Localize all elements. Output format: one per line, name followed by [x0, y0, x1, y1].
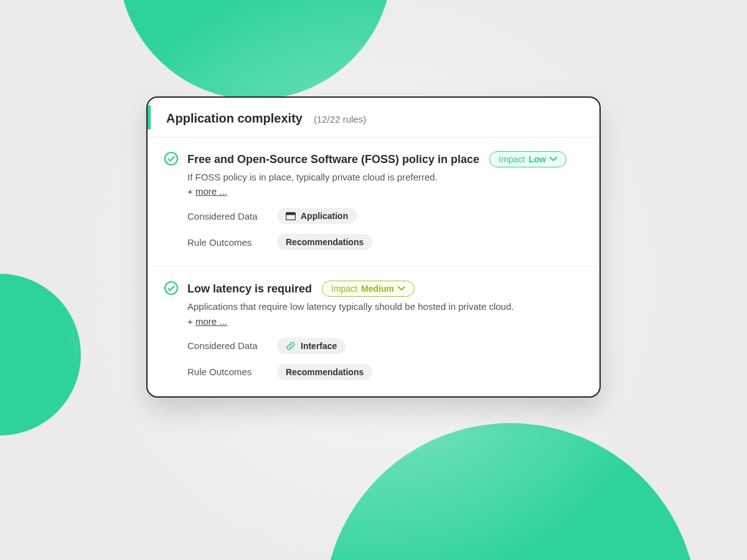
rule-count: (12/22 rules)	[314, 114, 366, 124]
chevron-down-icon	[550, 156, 557, 163]
rules-card: Application complexity (12/22 rules) Fre…	[146, 96, 601, 398]
more-link-row: + more ...	[187, 186, 581, 197]
rule-title: Free and Open-Source Software (FOSS) pol…	[187, 153, 479, 166]
svg-rect-2	[286, 212, 296, 215]
decorative-circle	[324, 423, 697, 560]
rule-outcomes-label: Rule Outcomes	[187, 237, 263, 248]
rule-body: Low latency is required Impact Medium Ap…	[187, 281, 581, 380]
rule-item: Free and Open-Source Software (FOSS) pol…	[148, 138, 599, 267]
decorative-circle	[0, 274, 81, 436]
rule-description: If FOSS policy is in place, typically pr…	[187, 171, 581, 184]
impact-dropdown[interactable]: Impact Low	[489, 151, 566, 167]
considered-data-value: Interface	[301, 341, 337, 351]
rule-item: Low latency is required Impact Medium Ap…	[148, 267, 599, 396]
more-link-row: + more ...	[187, 316, 581, 327]
card-header: Application complexity (12/22 rules)	[148, 98, 599, 138]
check-circle-icon	[164, 281, 179, 380]
svg-point-0	[165, 152, 177, 165]
rule-outcomes-label: Rule Outcomes	[187, 366, 263, 377]
svg-point-3	[165, 282, 177, 294]
impact-dropdown[interactable]: Impact Medium	[322, 281, 415, 297]
considered-data-pill[interactable]: Interface	[277, 338, 345, 354]
considered-data-label: Considered Data	[187, 340, 263, 351]
rule-title: Low latency is required	[187, 282, 312, 296]
rule-description: Applications that require low latency ty…	[187, 301, 581, 313]
impact-label: Impact	[331, 284, 357, 294]
impact-label: Impact	[499, 154, 525, 164]
application-window-icon	[286, 212, 296, 220]
decorative-circle	[118, 0, 392, 100]
rule-outcome-value: Recommendations	[286, 367, 364, 377]
rule-outcome-value: Recommendations	[286, 237, 364, 247]
considered-data-value: Application	[301, 211, 348, 221]
considered-data-label: Considered Data	[187, 211, 263, 222]
more-link[interactable]: more ...	[195, 186, 227, 197]
rule-outcomes-pill[interactable]: Recommendations	[277, 364, 372, 380]
check-circle-icon	[164, 151, 179, 250]
rule-outcomes-pill[interactable]: Recommendations	[277, 234, 372, 250]
link-icon	[286, 341, 296, 351]
rule-body: Free and Open-Source Software (FOSS) pol…	[187, 151, 581, 250]
impact-level: Low	[529, 154, 546, 164]
chevron-down-icon	[398, 285, 405, 292]
considered-data-pill[interactable]: Application	[277, 208, 357, 224]
more-link[interactable]: more ...	[195, 316, 227, 327]
impact-level: Medium	[361, 284, 394, 294]
more-prefix: +	[187, 186, 195, 197]
section-title: Application complexity	[166, 111, 303, 126]
more-prefix: +	[187, 316, 195, 327]
